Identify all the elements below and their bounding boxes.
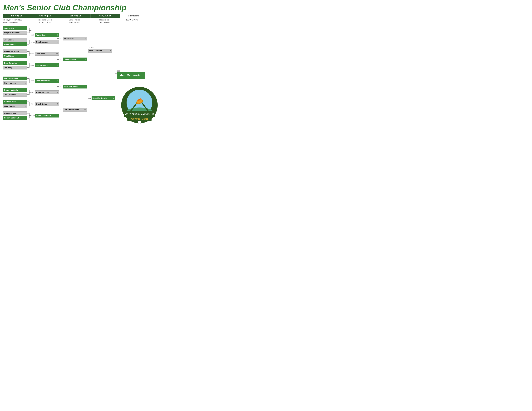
- r1-match8-p2: Robert Galbreath11: [3, 116, 28, 120]
- r2-match2-loser: 5&3 Dale Einwalter5: [31, 63, 59, 67]
- r1-match1-p1: James Cox1: [3, 26, 28, 30]
- champion-name: Marc Martinovic: [120, 74, 140, 77]
- r1-match5-p2: Gary Hansen15: [3, 81, 28, 85]
- r4-match-p2: 3&2 Marc Martinovic2: [88, 96, 115, 100]
- r1-match4-p2: Ted King12: [3, 65, 28, 69]
- r1-match1-p2: Stephen McManus16: [3, 31, 28, 35]
- r3-match1-p1: 2&1 James Cox1: [60, 37, 87, 40]
- sub-header-1: First Round Losers:25 UTS Points: [30, 19, 60, 24]
- r1-match6-p1: Robert McClain7: [3, 88, 28, 92]
- r2-match3-winner: 2&1 Marc Martinovic2: [31, 79, 59, 83]
- r1-match2-p2: Bob Rigwood9: [3, 42, 28, 46]
- r2-match1-loser: 1 Up Bob Rigwood9: [31, 40, 59, 44]
- logo-area: MEN'S CLUB CHAMPIONSHIP AUGUST 13 – 15, …: [121, 86, 158, 124]
- page-title: Men's Senior Club Championship: [3, 3, 174, 12]
- col-header-4: Champion:: [121, 14, 146, 18]
- r1-match4-p1: Dale Einwalter5: [3, 61, 28, 65]
- sub-header-3: Runners Up:75 UTS Points: [89, 19, 119, 24]
- sub-header-0: All players received 100 participation p…: [3, 19, 30, 24]
- svg-text:AUGUST 13 – 15, 2021: AUGUST 13 – 15, 2021: [131, 118, 148, 120]
- r1-match3-p2: Chad Keck13: [3, 54, 28, 58]
- col-header-1: Sat, Aug 14: [30, 14, 60, 18]
- r2-match1-winner: 2&1 James Cox1: [31, 33, 59, 37]
- r1-match7-p1: Chuck Errico3: [3, 100, 28, 104]
- col-header-0: Fri, Aug 13: [3, 14, 30, 18]
- svg-point-67: [138, 121, 141, 124]
- r1-match7-p2: Mike Geddis14: [3, 104, 28, 108]
- col-header-2: Sat, Aug 14: [60, 14, 90, 18]
- champion-seed: 2: [142, 75, 142, 76]
- sub-header-4: 100 UTS Points: [119, 19, 145, 24]
- r3-match2-p1: 6&5 Marc Martinovic2: [60, 85, 87, 88]
- r3-match1-p2: 4&3 Dale Einwalter5: [60, 57, 87, 61]
- r1-match3-p1: Donald Kickland4: [3, 49, 28, 53]
- r2-match4-winner: 5&4 Chuck Errico3: [31, 102, 59, 106]
- r1-match8-p1: Colin Fleming6: [3, 111, 28, 115]
- champion-box: 2&1 Marc Martinovic 2: [117, 70, 145, 79]
- r2-match4-loser: 1 Up Robert Galbreath11: [31, 114, 59, 118]
- r1-match5-p1: Marc Martinovic2: [3, 76, 28, 80]
- r1-match6-p2: Joe Quintana10: [3, 93, 28, 97]
- r2-match2-winner: 2&1 Chad Keck13: [31, 52, 59, 56]
- sub-header-2: Semi-Finalists50 UTS Points: [60, 19, 89, 24]
- r1-match2-p1: Joe Simon8: [3, 38, 28, 42]
- r2-match3-loser: 3&1 Robert McClain7: [31, 90, 59, 94]
- col-header-3: Sun, Aug 15: [90, 14, 120, 18]
- r4-match-p1: 21 Holes Dale Einwalter5: [88, 47, 112, 53]
- r3-match2-p2: 6&5 Robert Galbreath11: [60, 108, 87, 112]
